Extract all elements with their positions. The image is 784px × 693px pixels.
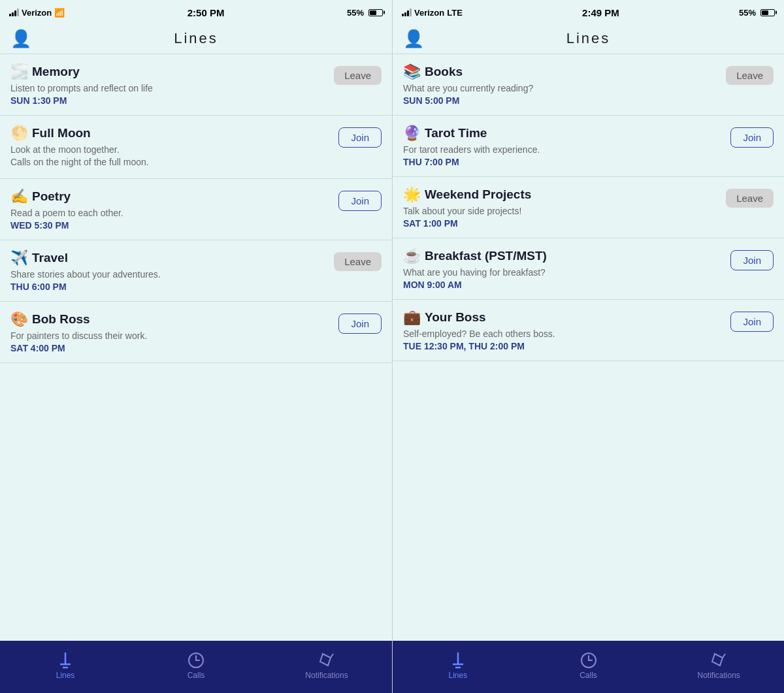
nav-calls-right[interactable]: Calls — [523, 651, 654, 680]
line-name-yourboss: 💼 Your Boss — [403, 309, 723, 326]
notifications-icon-left — [319, 651, 335, 669]
phone-left: Verizon 📶 2:50 PM 55% 👤 Lines 🌫️ Memory … — [0, 0, 392, 693]
breakfast-action[interactable]: Join — [730, 250, 774, 270]
line-name-travel: ✈️ Travel — [10, 250, 326, 266]
books-action[interactable]: Leave — [726, 66, 774, 85]
status-left-right: Verizon LTE — [402, 8, 463, 18]
lines-list-right: 📚 Books What are you currently reading? … — [393, 54, 784, 641]
breakfast-emoji: ☕ — [403, 248, 421, 265]
carrier-label-right: Verizon — [414, 8, 444, 18]
travel-time: THU 6:00 PM — [10, 282, 326, 292]
poetry-join-button[interactable]: Join — [338, 191, 382, 211]
signal-icon — [9, 8, 19, 16]
bobross-join-button[interactable]: Join — [338, 314, 382, 334]
lte-label: LTE — [447, 8, 463, 18]
battery-area-right: 55% — [739, 8, 775, 18]
line-info-breakfast: ☕ Breakfast (PST/MST) What are you havin… — [403, 248, 723, 290]
user-icon[interactable]: 👤 — [10, 29, 31, 49]
memory-action[interactable]: Leave — [334, 66, 382, 85]
bobross-desc: For painters to discuss their work. — [10, 330, 331, 341]
line-info-memory: 🌫️ Memory Listen to prompts and reflect … — [10, 63, 326, 106]
app-title-left: Lines — [174, 30, 218, 47]
memory-time: SUN 1:30 PM — [10, 95, 326, 106]
travel-desc: Share stories about your adventures. — [10, 269, 326, 280]
bobross-time: SAT 4:00 PM — [10, 343, 331, 353]
signal-icon-right — [402, 8, 412, 16]
line-info-bobross: 🎨 Bob Ross For painters to discuss their… — [10, 311, 331, 353]
memory-leave-button[interactable]: Leave — [334, 66, 382, 85]
bottom-nav-left: Lines Calls Notifications — [0, 641, 392, 693]
time-label: 2:50 PM — [188, 7, 225, 18]
nav-lines-left[interactable]: Lines — [0, 651, 131, 680]
yourboss-action[interactable]: Join — [730, 312, 774, 332]
phone-right: Verizon LTE 2:49 PM 55% 👤 Lines 📚 Books … — [392, 0, 784, 693]
calls-icon-right — [580, 651, 597, 669]
line-info-yourboss: 💼 Your Boss Self-employed? Be each other… — [403, 309, 723, 351]
nav-lines-label-right: Lines — [448, 671, 467, 680]
carrier-label: Verizon — [22, 8, 52, 18]
battery-icon — [368, 9, 383, 16]
tarot-action[interactable]: Join — [730, 127, 774, 148]
nav-notifications-label-left: Notifications — [305, 671, 348, 680]
nav-notifications-left[interactable]: Notifications — [261, 651, 392, 680]
lines-icon-right — [450, 651, 466, 669]
svg-line-9 — [723, 654, 725, 658]
battery-icon-right — [760, 9, 775, 16]
poetry-time: WED 5:30 PM — [10, 220, 331, 231]
line-info-tarot: 🔮 Tarot Time For tarot readers with expe… — [403, 125, 723, 167]
bobross-emoji: 🎨 — [10, 311, 28, 328]
calls-icon-left — [188, 651, 204, 669]
line-item-yourboss: 💼 Your Boss Self-employed? Be each other… — [393, 300, 784, 361]
nav-calls-left[interactable]: Calls — [131, 651, 261, 680]
line-name-weekend: 🌟 Weekend Projects — [403, 186, 718, 203]
line-name-fullmoon: 🌕 Full Moon — [10, 125, 331, 142]
lines-list-left: 🌫️ Memory Listen to prompts and reflect … — [0, 54, 392, 641]
status-left: Verizon 📶 — [9, 8, 65, 18]
line-info-poetry: ✍️ Poetry Read a poem to each other. WED… — [10, 188, 331, 231]
battery-percent-right: 55% — [739, 8, 756, 18]
line-item-fullmoon: 🌕 Full Moon Look at the moon together. C… — [0, 116, 392, 179]
line-info-weekend: 🌟 Weekend Projects Talk about your side … — [403, 186, 718, 229]
nav-notifications-label-right: Notifications — [697, 671, 740, 680]
user-icon-right[interactable]: 👤 — [403, 29, 424, 49]
bottom-nav-right: Lines Calls Notifications — [393, 641, 784, 693]
poetry-action[interactable]: Join — [338, 191, 382, 211]
tarot-emoji: 🔮 — [403, 125, 421, 142]
yourboss-time: TUE 12:30 PM, THU 2:00 PM — [403, 341, 723, 351]
fullmoon-action[interactable]: Join — [338, 127, 382, 148]
svg-line-4 — [331, 654, 333, 658]
app-title-right: Lines — [566, 30, 611, 47]
yourboss-emoji: 💼 — [403, 309, 421, 326]
line-item-books: 📚 Books What are you currently reading? … — [393, 54, 784, 116]
fullmoon-join-button[interactable]: Join — [338, 127, 382, 148]
line-name-poetry: ✍️ Poetry — [10, 188, 331, 205]
weekend-action[interactable]: Leave — [726, 189, 774, 208]
nav-lines-right[interactable]: Lines — [393, 651, 523, 680]
weekend-emoji: 🌟 — [403, 186, 421, 203]
travel-leave-button[interactable]: Leave — [334, 252, 382, 271]
yourboss-join-button[interactable]: Join — [730, 312, 774, 332]
battery-percent: 55% — [347, 8, 364, 18]
line-item-bobross: 🎨 Bob Ross For painters to discuss their… — [0, 302, 392, 363]
travel-action[interactable]: Leave — [334, 252, 382, 271]
books-leave-button[interactable]: Leave — [726, 66, 774, 85]
tarot-desc: For tarot readers with experience. — [403, 144, 723, 155]
travel-emoji: ✈️ — [10, 250, 28, 266]
breakfast-join-button[interactable]: Join — [730, 250, 774, 270]
weekend-time: SAT 1:00 PM — [403, 218, 718, 229]
notifications-icon-right — [711, 651, 727, 669]
line-info-books: 📚 Books What are you currently reading? … — [403, 63, 718, 106]
line-name-memory: 🌫️ Memory — [10, 63, 326, 80]
nav-notifications-right[interactable]: Notifications — [653, 651, 784, 680]
bobross-action[interactable]: Join — [338, 314, 382, 334]
tarot-join-button[interactable]: Join — [730, 127, 774, 148]
poetry-emoji: ✍️ — [10, 188, 28, 205]
line-item-travel: ✈️ Travel Share stories about your adven… — [0, 240, 392, 302]
line-item-breakfast: ☕ Breakfast (PST/MST) What are you havin… — [393, 238, 784, 300]
line-item-memory: 🌫️ Memory Listen to prompts and reflect … — [0, 54, 392, 116]
battery-area: 55% — [347, 8, 383, 18]
line-info-fullmoon: 🌕 Full Moon Look at the moon together. C… — [10, 125, 331, 169]
line-name-breakfast: ☕ Breakfast (PST/MST) — [403, 248, 723, 265]
fullmoon-emoji: 🌕 — [10, 125, 28, 142]
weekend-leave-button[interactable]: Leave — [726, 189, 774, 208]
